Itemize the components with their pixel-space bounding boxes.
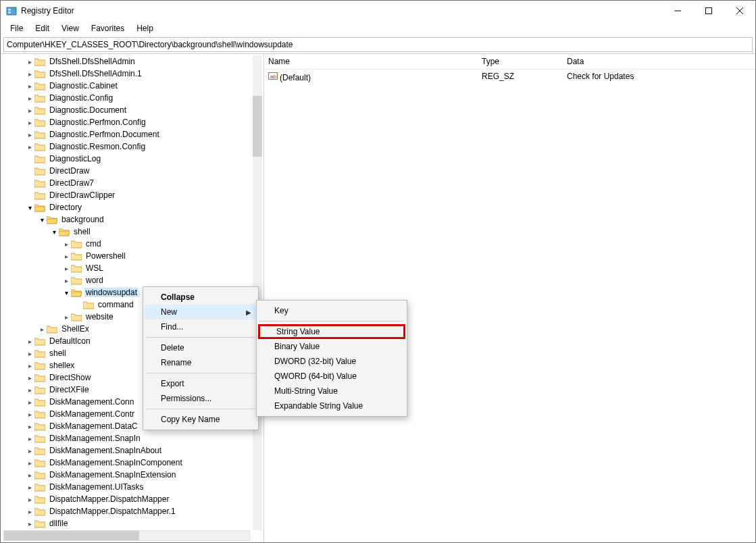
chevron-right-icon[interactable]: ▸ (25, 520, 34, 527)
values-list[interactable]: ab(Default)REG_SZCheck for Updates (264, 70, 755, 83)
chevron-right-icon[interactable]: ▸ (61, 253, 71, 260)
chevron-down-icon[interactable]: ▾ (25, 204, 34, 211)
tree-node[interactable]: ▸word (1, 274, 263, 286)
tree-node-label: WSL (84, 263, 105, 273)
folder-icon (34, 422, 45, 431)
chevron-right-icon[interactable]: ▸ (25, 508, 34, 515)
tree-node[interactable]: ▸DiskManagement.UITasks (1, 481, 263, 493)
menu-favorites[interactable]: Favorites (86, 22, 130, 34)
menu-item[interactable]: Expandable String Value (258, 398, 405, 413)
tree-node[interactable]: ▸Powershell (1, 250, 263, 262)
menu-file[interactable]: File (5, 22, 28, 34)
chevron-right-icon[interactable]: ▸ (61, 240, 71, 248)
menu-item[interactable]: Find... (145, 319, 257, 334)
chevron-right-icon[interactable]: ▸ (37, 326, 47, 333)
context-menu[interactable]: CollapseNew▶Find...DeleteRenameExportPer… (143, 286, 259, 430)
menu-item[interactable]: Multi-String Value (258, 384, 405, 398)
menu-view[interactable]: View (56, 22, 84, 34)
tree-node[interactable]: ▸WSL (1, 262, 263, 274)
chevron-right-icon[interactable]: ▸ (25, 484, 34, 491)
menu-item[interactable]: Delete (145, 340, 257, 355)
col-data[interactable]: Data (563, 57, 755, 66)
chevron-right-icon[interactable]: ▸ (25, 459, 34, 467)
menu-item[interactable]: String Value (258, 324, 405, 339)
tree-node[interactable]: ▸DiagnosticLog (1, 153, 263, 165)
col-name[interactable]: Name (264, 57, 478, 66)
chevron-right-icon[interactable]: ▸ (25, 471, 34, 479)
chevron-right-icon[interactable]: ▸ (25, 131, 34, 138)
tree-node[interactable]: ▸Diagnostic.Resmon.Config (1, 140, 263, 153)
menu-item[interactable]: Binary Value (258, 339, 405, 354)
chevron-right-icon[interactable]: ▸ (25, 386, 34, 394)
chevron-right-icon[interactable]: ▸ (25, 398, 34, 406)
chevron-down-icon[interactable]: ▾ (61, 289, 71, 296)
tree-node[interactable]: ▸DirectDraw7 (1, 177, 263, 189)
tree-node[interactable]: ▸DiskManagement.SnapInExtension (1, 469, 263, 481)
chevron-right-icon[interactable]: ▸ (25, 447, 34, 455)
column-headers[interactable]: Name Type Data (264, 54, 755, 70)
chevron-right-icon[interactable]: ▸ (61, 265, 71, 272)
folder-icon (34, 519, 45, 528)
close-button[interactable] (724, 1, 755, 21)
chevron-right-icon[interactable]: ▸ (61, 277, 71, 284)
menu-item[interactable]: Key (258, 303, 405, 318)
tree-node[interactable]: ▸cmd (1, 238, 263, 250)
tree-node[interactable]: ▸DiskManagement.SnapIn (1, 432, 263, 444)
tree-node[interactable]: ▾background (1, 213, 263, 226)
chevron-right-icon[interactable]: ▸ (25, 496, 34, 503)
chevron-right-icon[interactable]: ▸ (25, 95, 34, 102)
chevron-right-icon[interactable]: ▸ (25, 143, 34, 151)
chevron-right-icon[interactable]: ▸ (25, 338, 34, 345)
tree-node[interactable]: ▸DfsShell.DfsShellAdmin.1 (1, 68, 263, 80)
tree-node[interactable]: ▸DirectDraw (1, 165, 263, 177)
tree-node[interactable]: ▾Directory (1, 201, 263, 213)
menu-item[interactable]: Collapse (145, 290, 257, 305)
chevron-right-icon[interactable]: ▸ (25, 70, 34, 78)
tree-node[interactable]: ▸Diagnostic.Perfmon.Document (1, 128, 263, 140)
tree-node[interactable]: ▸DfsShell.DfsShellAdmin (1, 55, 263, 68)
address-bar[interactable]: Computer\HKEY_CLASSES_ROOT\Directory\bac… (3, 37, 753, 52)
tree-node[interactable]: ▸Diagnostic.Perfmon.Config (1, 116, 263, 128)
chevron-right-icon[interactable]: ▸ (25, 423, 34, 430)
maximize-button[interactable] (693, 1, 724, 21)
menu-item[interactable]: Permissions... (145, 391, 257, 406)
tree-node[interactable]: ▸DispatchMapper.DispatchMapper.1 (1, 505, 263, 517)
tree-node[interactable]: ▸DispatchMapper.DispatchMapper (1, 493, 263, 505)
menu-item[interactable]: QWORD (64-bit) Value (258, 369, 405, 384)
tree-node[interactable]: ▸Diagnostic.Config (1, 92, 263, 104)
tree-node[interactable]: ▸Diagnostic.Cabinet (1, 80, 263, 92)
menu-item[interactable]: Copy Key Name (145, 412, 257, 427)
menu-item[interactable]: New▶ (145, 305, 257, 319)
chevron-right-icon[interactable]: ▸ (25, 58, 34, 66)
chevron-right-icon[interactable]: ▸ (25, 374, 34, 382)
horizontal-scrollbar[interactable] (3, 530, 250, 541)
tree-node[interactable]: ▾shell (1, 226, 263, 238)
folder-icon (34, 483, 45, 492)
chevron-right-icon[interactable]: ▸ (25, 82, 34, 90)
value-row[interactable]: ab(Default)REG_SZCheck for Updates (264, 70, 755, 83)
col-type[interactable]: Type (478, 57, 563, 66)
chevron-right-icon[interactable]: ▸ (61, 313, 71, 321)
chevron-down-icon[interactable]: ▾ (49, 228, 59, 236)
chevron-right-icon[interactable]: ▸ (25, 435, 34, 442)
chevron-right-icon[interactable]: ▸ (25, 107, 34, 114)
chevron-right-icon[interactable]: ▸ (25, 411, 34, 418)
tree-node[interactable]: ▸dllfile (1, 517, 263, 529)
tree-node[interactable]: ▸DiskManagement.SnapInAbout (1, 444, 263, 457)
tree-node[interactable]: ▸DirectDrawClipper (1, 189, 263, 201)
minimize-button[interactable] (662, 1, 693, 21)
chevron-right-icon[interactable]: ▸ (25, 362, 34, 369)
menu-item[interactable]: DWORD (32-bit) Value (258, 354, 405, 369)
svg-text:ab: ab (270, 74, 276, 80)
tree-node[interactable]: ▸Diagnostic.Document (1, 104, 263, 116)
chevron-down-icon[interactable]: ▾ (37, 216, 47, 224)
menu-help[interactable]: Help (131, 22, 159, 34)
new-submenu[interactable]: KeyString ValueBinary ValueDWORD (32-bit… (256, 300, 407, 417)
menu-item[interactable]: Export (145, 376, 257, 391)
chevron-right-icon[interactable]: ▸ (25, 350, 34, 357)
folder-icon (34, 386, 45, 394)
menu-edit[interactable]: Edit (30, 22, 55, 34)
menu-item[interactable]: Rename (145, 355, 257, 370)
tree-node[interactable]: ▸DiskManagement.SnapInComponent (1, 457, 263, 469)
chevron-right-icon[interactable]: ▸ (25, 119, 34, 126)
